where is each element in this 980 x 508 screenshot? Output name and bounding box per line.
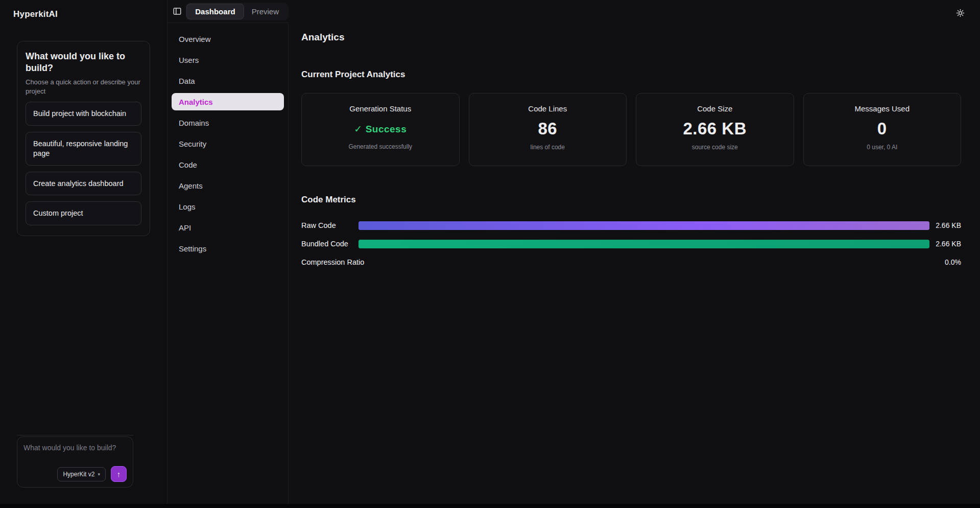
metric-row-raw-code: Raw Code 2.66 KB [301, 219, 961, 232]
stat-card-messages-used: Messages Used 0 0 user, 0 AI [803, 93, 962, 166]
bottom-edge-strip [0, 504, 980, 508]
nav-item-overview[interactable]: Overview [172, 30, 284, 48]
model-select-label: HyperKit v2 [63, 471, 94, 478]
nav-item-data[interactable]: Data [172, 72, 284, 89]
main-content: Analytics Current Project Analytics Gene… [289, 0, 980, 504]
code-metric-rows: Raw Code 2.66 KB Bundled Code 2.66 KB Co… [301, 219, 961, 268]
stat-card-generation-status: Generation Status ✓Success Generated suc… [301, 93, 460, 166]
quick-action-landing-page[interactable]: Beautiful, responsive landing page [26, 132, 141, 166]
raw-code-bar-track [358, 221, 929, 230]
nav-item-code[interactable]: Code [172, 156, 284, 173]
stat-card-value: 86 [469, 119, 627, 138]
metric-row-bundled-code: Bundled Code 2.66 KB [301, 238, 961, 250]
metric-row-compression-ratio: Compression Ratio 0.0% [301, 256, 961, 268]
quick-action-custom-project[interactable]: Custom project [26, 201, 141, 225]
stat-card-subtitle: source code size [636, 144, 794, 151]
dashboard-nav-column: Dashboard Preview Overview Users Data An… [167, 0, 289, 504]
check-icon: ✓ [354, 124, 362, 134]
nav-item-domains[interactable]: Domains [172, 114, 284, 131]
metric-label: Compression Ratio [301, 258, 364, 266]
nav-panel: Overview Users Data Analytics Domains Se… [168, 22, 289, 504]
metric-value: 2.66 KB [929, 221, 961, 229]
nav-item-analytics[interactable]: Analytics [172, 93, 284, 110]
stat-card-title: Generation Status [302, 104, 459, 113]
bundled-code-bar-fill [358, 240, 929, 248]
stat-card-value: ✓Success [302, 123, 459, 135]
metric-label: Raw Code [301, 221, 358, 229]
bundled-code-bar-track [358, 240, 929, 248]
prompt-input[interactable] [23, 444, 127, 452]
stat-card-title: Code Lines [469, 104, 627, 113]
stat-card-title: Messages Used [804, 104, 961, 113]
model-select-button[interactable]: HyperKit v2 ▾ [57, 467, 106, 481]
theme-toggle-button[interactable] [951, 4, 969, 21]
quick-build-subheading: Choose a quick action or describe your p… [26, 78, 141, 96]
app-title: HyperkitAI [0, 9, 167, 19]
nav-item-security[interactable]: Security [172, 135, 284, 152]
left-sidebar: HyperkitAI What would you like to build?… [0, 0, 167, 504]
composer-controls: HyperKit v2 ▾ ↑ [57, 466, 127, 482]
stat-card-subtitle: Generated successfully [302, 143, 459, 150]
send-button[interactable]: ↑ [111, 466, 127, 482]
metric-label: Bundled Code [301, 240, 358, 248]
chevron-down-icon: ▾ [98, 472, 100, 477]
stat-card-code-size: Code Size 2.66 KB source code size [636, 93, 794, 166]
nav-item-settings[interactable]: Settings [172, 240, 284, 257]
nav-topbar: Dashboard Preview [168, 0, 289, 22]
stat-card-subtitle: 0 user, 0 AI [804, 144, 961, 151]
quick-action-blockchain[interactable]: Build project with blockchain [26, 102, 141, 126]
nav-item-users[interactable]: Users [172, 51, 284, 68]
quick-build-heading: What would you like to build? [26, 51, 141, 74]
nav-item-api[interactable]: API [172, 219, 284, 236]
page-title: Analytics [301, 32, 961, 43]
stat-card-title: Code Size [636, 104, 794, 113]
quick-build-card: What would you like to build? Choose a q… [17, 41, 150, 236]
sidebar-toggle-button[interactable] [172, 3, 182, 19]
view-tabs: Dashboard Preview [185, 3, 289, 20]
metric-value: 2.66 KB [929, 240, 961, 248]
stat-cards-row: Generation Status ✓Success Generated suc… [301, 93, 961, 166]
section-code-metrics: Code Metrics [301, 195, 961, 205]
stat-card-value: 2.66 KB [636, 119, 794, 138]
nav-item-agents[interactable]: Agents [172, 177, 284, 194]
tab-dashboard[interactable]: Dashboard [187, 4, 243, 19]
sun-icon [956, 9, 965, 17]
panel-left-icon [173, 7, 182, 16]
stat-card-code-lines: Code Lines 86 lines of code [469, 93, 627, 166]
nav-item-logs[interactable]: Logs [172, 198, 284, 215]
arrow-up-icon: ↑ [117, 470, 121, 478]
tab-preview[interactable]: Preview [244, 4, 287, 19]
composer-divider [17, 435, 133, 435]
metric-value: 0.0% [929, 258, 961, 266]
prompt-composer: HyperKit v2 ▾ ↑ [17, 436, 133, 488]
section-current-project-analytics: Current Project Analytics [301, 70, 961, 80]
stat-card-value: 0 [804, 119, 961, 138]
raw-code-bar-fill [358, 221, 929, 230]
stat-card-subtitle: lines of code [469, 144, 627, 151]
quick-action-analytics-dashboard[interactable]: Create analytics dashboard [26, 172, 141, 196]
